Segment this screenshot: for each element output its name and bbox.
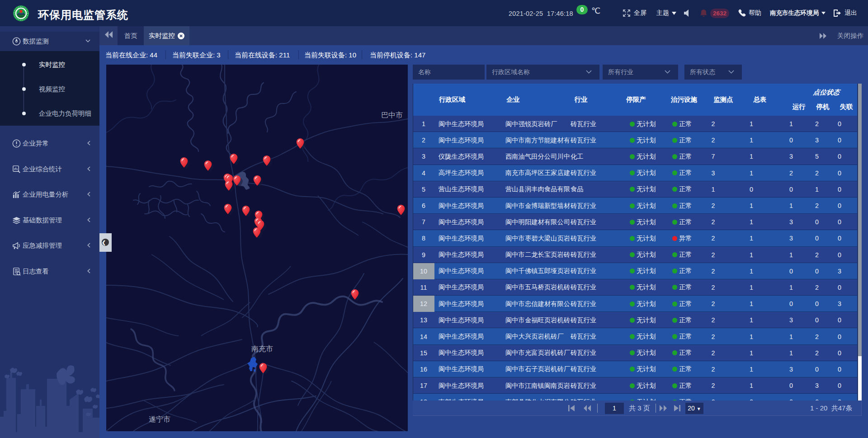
svg-text:南充市: 南充市	[251, 345, 273, 353]
svg-text:遂宁市: 遂宁市	[149, 415, 170, 423]
svg-text:巴中市: 巴中市	[381, 111, 403, 119]
